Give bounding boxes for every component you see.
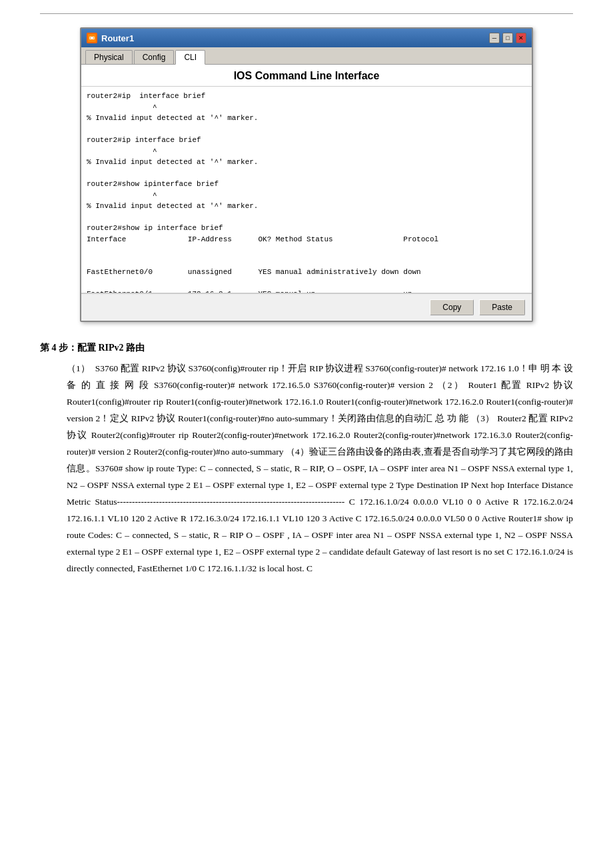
step-title: 第 4 步：配置 RIPv2 路由 xyxy=(40,342,573,354)
paste-button[interactable]: Paste xyxy=(479,299,525,315)
step-content: （1）S3760 配置 RIPv2 协议 S3760(config)#route… xyxy=(40,361,573,577)
window-content: IOS Command Line Interface router2#ip in… xyxy=(81,65,532,321)
page-divider xyxy=(40,13,573,14)
tab-cli[interactable]: CLI xyxy=(175,50,205,65)
tab-physical[interactable]: Physical xyxy=(85,50,133,64)
router-icon xyxy=(87,33,97,43)
terminal-footer: Copy Paste xyxy=(81,293,532,321)
close-button[interactable]: ✕ xyxy=(516,33,526,43)
svg-point-3 xyxy=(93,37,95,39)
tab-config[interactable]: Config xyxy=(134,50,175,64)
window-controls: ─ □ ✕ xyxy=(489,33,526,43)
terminal-area[interactable]: router2#ip interface brief ^ % Invalid i… xyxy=(81,87,532,293)
step-text: S3760 配置 RIPv2 协议 S3760(config)#router r… xyxy=(67,363,573,573)
maximize-button[interactable]: □ xyxy=(502,33,513,43)
window-tabs: Physical Config CLI xyxy=(81,47,532,65)
copy-button[interactable]: Copy xyxy=(430,299,474,315)
router-window: Router1 ─ □ ✕ Physical Config CLI IOS Co… xyxy=(80,27,533,322)
svg-point-2 xyxy=(90,37,91,39)
minimize-button[interactable]: ─ xyxy=(489,33,500,43)
window-titlebar: Router1 ─ □ ✕ xyxy=(81,29,532,47)
ios-title: IOS Command Line Interface xyxy=(81,65,532,87)
step-number: （1） xyxy=(67,361,90,377)
window-title-text: Router1 xyxy=(101,33,134,43)
window-title-bar: Router1 xyxy=(87,33,134,43)
step-section: 第 4 步：配置 RIPv2 路由 （1）S3760 配置 RIPv2 协议 S… xyxy=(40,342,573,577)
